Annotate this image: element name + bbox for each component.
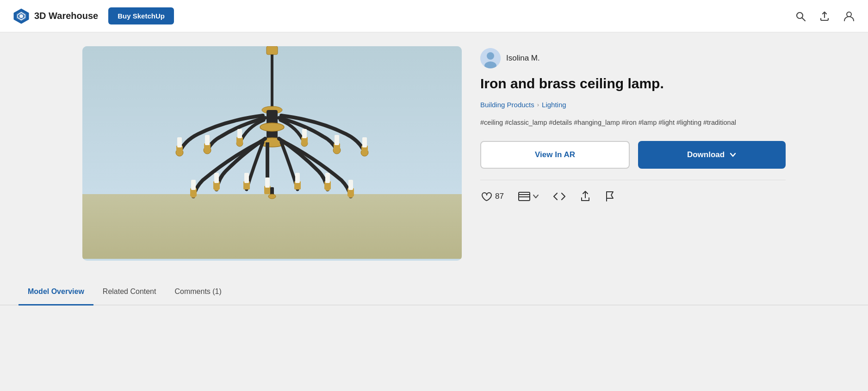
model-title: Iron and brass ceiling lamp. — [480, 75, 786, 92]
svg-rect-39 — [214, 173, 219, 183]
model-scene — [82, 46, 462, 259]
svg-rect-41 — [191, 180, 196, 190]
svg-rect-42 — [348, 180, 353, 190]
tab-model-overview[interactable]: Model Overview — [19, 279, 93, 305]
divider — [480, 180, 786, 180]
tab-related-content[interactable]: Related Content — [93, 279, 166, 305]
download-label: Download — [687, 150, 725, 159]
svg-rect-44 — [244, 173, 249, 183]
like-count: 87 — [495, 192, 504, 201]
svg-rect-28 — [177, 137, 182, 147]
share-icon — [580, 190, 591, 202]
svg-point-12 — [260, 123, 284, 131]
flag-icon — [605, 190, 616, 202]
flag-button[interactable] — [605, 190, 616, 202]
breadcrumb: Building Products › Lighting — [480, 101, 786, 109]
svg-point-50 — [191, 195, 196, 198]
action-icons-row: 87 — [480, 190, 786, 202]
breadcrumb-separator: › — [537, 101, 539, 108]
svg-rect-27 — [335, 135, 339, 145]
svg-rect-30 — [237, 129, 242, 138]
collection-button[interactable] — [518, 190, 539, 202]
model-preview — [82, 46, 462, 261]
embed-button[interactable] — [553, 191, 566, 202]
collection-icon — [518, 190, 531, 202]
svg-point-51 — [348, 195, 353, 198]
search-icon — [795, 11, 806, 22]
logo-link[interactable]: 3D Warehouse — [13, 8, 98, 24]
svg-point-48 — [214, 188, 219, 191]
user-icon — [843, 10, 855, 22]
tab-comments[interactable]: Comments (1) — [165, 279, 230, 305]
svg-rect-43 — [265, 177, 270, 188]
author-name: Isolina M. — [506, 54, 540, 63]
user-button[interactable] — [843, 10, 855, 22]
model-tags: #ceiling #classic_lamp #details #hanging… — [480, 117, 786, 128]
search-button[interactable] — [795, 11, 806, 22]
breadcrumb-category[interactable]: Building Products — [480, 101, 534, 109]
share-button[interactable] — [580, 190, 591, 202]
svg-point-49 — [325, 188, 330, 191]
upload-icon — [819, 11, 830, 22]
svg-line-4 — [802, 18, 806, 21]
logo-text: 3D Warehouse — [34, 11, 98, 21]
avatar — [480, 48, 501, 68]
buy-sketchup-button[interactable]: Buy SketchUp — [108, 7, 174, 24]
svg-rect-7 — [82, 194, 462, 259]
action-buttons: View In AR Download — [480, 141, 786, 169]
svg-point-47 — [268, 194, 276, 199]
tabs-row: Model Overview Related Content Comments … — [0, 279, 868, 305]
svg-rect-29 — [362, 137, 367, 147]
right-panel: Isolina M. Iron and brass ceiling lamp. … — [480, 46, 786, 202]
heart-icon — [480, 190, 492, 202]
view-in-ar-button[interactable]: View In AR — [480, 141, 630, 169]
svg-rect-8 — [267, 46, 278, 55]
collection-chevron-icon — [533, 193, 539, 200]
download-chevron-icon — [729, 151, 737, 159]
svg-rect-26 — [205, 135, 210, 145]
author-row: Isolina M. — [480, 48, 786, 68]
header-actions — [795, 10, 855, 22]
avatar-icon — [480, 48, 501, 68]
embed-icon — [553, 191, 566, 202]
svg-rect-31 — [302, 129, 307, 138]
svg-point-2 — [19, 14, 23, 18]
breadcrumb-subcategory[interactable]: Lighting — [542, 101, 566, 109]
header: 3D Warehouse Buy SketchUp — [0, 0, 868, 32]
svg-rect-9 — [271, 55, 273, 110]
main-content: Isolina M. Iron and brass ceiling lamp. … — [64, 32, 804, 275]
svg-point-53 — [487, 52, 494, 60]
svg-rect-40 — [325, 173, 330, 183]
svg-point-5 — [847, 12, 851, 17]
download-button[interactable]: Download — [638, 141, 786, 169]
svg-rect-45 — [295, 173, 300, 183]
logo-icon — [13, 8, 30, 24]
like-button[interactable]: 87 — [480, 190, 504, 202]
upload-button[interactable] — [819, 11, 830, 22]
